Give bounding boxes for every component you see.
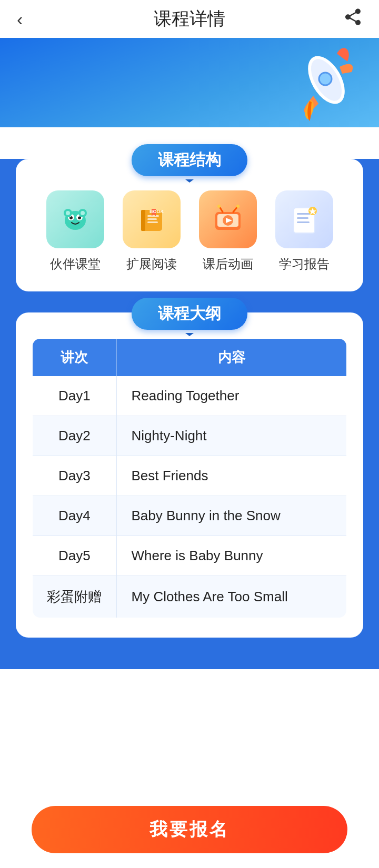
svg-point-28	[217, 205, 221, 208]
animation-icon	[210, 201, 246, 237]
content-cell: Best Friends	[116, 456, 347, 496]
report-item[interactable]: 学习报告	[275, 190, 333, 272]
partner-icon-box	[46, 190, 104, 248]
rocket-svg	[268, 38, 368, 127]
animation-label: 课后动画	[203, 256, 253, 272]
day-cell: Day3	[32, 456, 116, 496]
page-title: 课程详情	[154, 7, 225, 31]
svg-line-29	[233, 207, 237, 212]
bottom-bar: 我要报名	[0, 795, 379, 868]
register-button[interactable]: 我要报名	[32, 806, 347, 853]
partner-label: 伙伴课堂	[50, 256, 101, 272]
animation-icon-box	[199, 190, 257, 248]
svg-rect-19	[147, 218, 157, 220]
reading-item[interactable]: BOOK 扩展阅读	[123, 190, 181, 272]
outline-table: 讲次 内容 Day1 Reading Together Day2 Nighty-…	[32, 338, 347, 619]
share-icon	[343, 7, 362, 26]
col2-header: 内容	[116, 338, 347, 376]
table-row: Day2 Nighty-Night	[32, 416, 347, 456]
header: ‹ 课程详情	[0, 0, 379, 38]
outline-card: 课程大纲 讲次 内容 Day1 Reading Together Day2 Ni…	[16, 312, 363, 638]
svg-rect-18	[147, 215, 159, 217]
day-cell: 彩蛋附赠	[32, 576, 116, 619]
hero-banner	[0, 38, 379, 127]
report-icon-box	[275, 190, 333, 248]
svg-rect-34	[297, 217, 308, 219]
table-row: Day1 Reading Together	[32, 376, 347, 416]
animation-item[interactable]: 课后动画	[199, 190, 257, 272]
outline-badge-text: 课程大纲	[158, 305, 221, 322]
svg-text:BOOK: BOOK	[149, 209, 164, 214]
svg-point-30	[236, 205, 240, 208]
reading-icon-box: BOOK	[123, 190, 181, 248]
reading-label: 扩展阅读	[126, 256, 177, 272]
svg-point-10	[78, 216, 79, 217]
svg-point-13	[66, 211, 70, 215]
svg-point-14	[81, 211, 85, 215]
table-row: 彩蛋附赠 My Clothes Are Too Small	[32, 576, 347, 619]
day-cell: Day2	[32, 416, 116, 456]
structure-card: 课程结构	[16, 159, 363, 291]
reading-icon: BOOK	[134, 201, 169, 237]
content-cell: Nighty-Night	[116, 416, 347, 456]
partner-icon	[57, 201, 93, 237]
outline-badge: 课程大纲	[132, 298, 247, 330]
svg-rect-20	[147, 221, 158, 223]
icons-grid: 伙伴课堂	[32, 190, 347, 272]
day-cell: Day4	[32, 496, 116, 536]
outline-section: 课程大纲 讲次 内容 Day1 Reading Together Day2 Ni…	[0, 312, 379, 638]
structure-badge-text: 课程结构	[158, 151, 221, 168]
report-icon	[286, 201, 322, 237]
structure-section: 课程结构	[0, 159, 379, 291]
day-cell: Day1	[32, 376, 116, 416]
table-row: Day3 Best Friends	[32, 456, 347, 496]
table-row: Day5 Where is Baby Bunny	[32, 536, 347, 576]
content-cell: Where is Baby Bunny	[116, 536, 347, 576]
hero-decoration	[268, 38, 368, 127]
day-cell: Day5	[32, 536, 116, 576]
content-cell: Baby Bunny in the Snow	[116, 496, 347, 536]
main-content: 课程结构	[0, 159, 379, 669]
svg-line-27	[220, 207, 223, 212]
svg-rect-17	[141, 210, 145, 231]
table-row: Day4 Baby Bunny in the Snow	[32, 496, 347, 536]
content-cell: My Clothes Are Too Small	[116, 576, 347, 619]
col1-header: 讲次	[32, 338, 116, 376]
svg-point-2	[319, 73, 332, 85]
content-cell: Reading Together	[116, 376, 347, 416]
table-header-row: 讲次 内容	[32, 338, 347, 376]
report-label: 学习报告	[279, 256, 330, 272]
partner-item[interactable]: 伙伴课堂	[46, 190, 104, 272]
structure-badge: 课程结构	[132, 144, 247, 176]
back-button[interactable]: ‹	[13, 7, 27, 32]
svg-rect-35	[297, 221, 310, 223]
share-button[interactable]	[339, 5, 366, 33]
